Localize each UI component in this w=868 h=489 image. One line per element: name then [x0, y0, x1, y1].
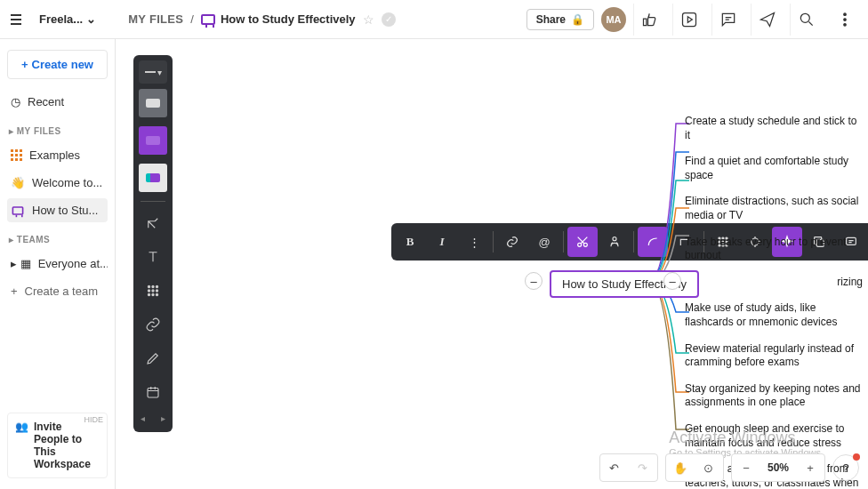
clock-icon: ◷ — [11, 95, 20, 108]
cut-button[interactable] — [567, 227, 598, 257]
create-new-button[interactable]: + Create new — [7, 50, 108, 79]
send-icon[interactable] — [751, 4, 783, 36]
section-teams: ▸ TEAMS — [9, 235, 108, 244]
branch-item[interactable]: Eliminate distractions, such as social m… — [685, 195, 863, 222]
italic-button[interactable]: I — [427, 227, 457, 257]
svg-point-7 — [156, 285, 157, 287]
hide-button[interactable]: HIDE — [84, 415, 103, 424]
svg-point-11 — [148, 293, 149, 295]
lock-icon: 🔒 — [571, 13, 584, 26]
zoom-out-button[interactable]: − — [732, 454, 760, 481]
check-icon[interactable]: ✓ — [382, 12, 396, 27]
avatar[interactable]: MA — [601, 7, 626, 32]
undo-button[interactable]: ↶ — [600, 454, 629, 481]
share-button[interactable]: Share 🔒 — [526, 9, 594, 30]
collapse-right-handle[interactable]: – — [663, 272, 681, 290]
svg-point-6 — [152, 285, 154, 287]
sidebar-item-team[interactable]: ▸ ▦ Everyone at... — [7, 252, 108, 276]
thumb-3[interactable] — [139, 164, 167, 192]
prev-page[interactable]: ◂ — [141, 413, 145, 423]
help-button[interactable]: ? — [832, 454, 859, 481]
link-button[interactable] — [497, 227, 527, 257]
breadcrumb: MY FILES / How to Study Effectively ☆ ✓ — [128, 12, 395, 27]
tool-panel: ▾ ◂▸ — [133, 55, 173, 432]
comment-icon[interactable] — [711, 4, 743, 36]
calendar-tool[interactable] — [137, 376, 169, 408]
grid-tool[interactable] — [137, 275, 169, 307]
chevron-down-icon: ⌄ — [86, 12, 96, 26]
branch-item[interactable]: Create a study schedule and stick to it — [685, 115, 863, 142]
sidebar-item-examples[interactable]: Examples — [7, 143, 108, 167]
zoom-in-button[interactable]: + — [796, 454, 824, 481]
svg-point-3 — [844, 18, 847, 20]
canvas[interactable]: ▾ ◂▸ B I ⋮ @ — [116, 39, 868, 489]
grid-icon — [11, 149, 22, 161]
text-tool[interactable] — [137, 241, 169, 273]
branch-item[interactable]: Review material regularly instead of cra… — [685, 342, 863, 370]
branch-item[interactable]: Find a quiet and comfortable study space — [685, 155, 863, 182]
svg-point-17 — [613, 237, 616, 241]
collapse-left-handle[interactable]: – — [525, 272, 542, 290]
presentation-icon — [12, 206, 24, 215]
bold-button[interactable]: B — [395, 227, 425, 257]
svg-point-4 — [844, 23, 847, 26]
svg-rect-0 — [682, 12, 695, 26]
search-icon[interactable] — [790, 4, 822, 36]
create-team-button[interactable]: + Create a team — [7, 279, 108, 303]
link-tool[interactable] — [137, 309, 169, 341]
bottom-controls: ↶ ↷ ✋ ⊙ − 50% + ? — [599, 453, 859, 482]
sidebar: + Create new ◷ Recent ▸ MY FILES Example… — [0, 39, 116, 489]
thumb-1[interactable] — [139, 89, 167, 117]
svg-point-12 — [152, 293, 154, 295]
hamburger-icon[interactable] — [7, 11, 25, 28]
sidebar-item-welcome[interactable]: 👋 Welcome to... — [7, 171, 108, 195]
more-text-button[interactable]: ⋮ — [459, 227, 489, 257]
invite-box[interactable]: HIDE 👥 Invite People to This Workspace — [7, 413, 108, 478]
branch-item[interactable]: Stay organized by keeping notes and assi… — [685, 382, 863, 410]
branch-item[interactable]: Take breaks every hour to prevent burnou… — [685, 236, 863, 263]
svg-point-9 — [152, 290, 154, 292]
arrow-tool[interactable] — [137, 207, 169, 239]
more-icon[interactable] — [829, 4, 861, 36]
fit-button[interactable]: ⊙ — [695, 454, 723, 481]
svg-point-2 — [844, 12, 847, 14]
star-icon[interactable]: ☆ — [363, 12, 374, 27]
redo-button[interactable]: ↷ — [629, 454, 657, 481]
people-icon: 👥 — [15, 421, 28, 433]
svg-point-5 — [148, 285, 149, 287]
breadcrumb-root[interactable]: MY FILES — [128, 12, 183, 26]
mention-button[interactable]: @ — [529, 227, 559, 257]
zoom-level[interactable]: 50% — [760, 461, 796, 474]
thumb-2[interactable] — [139, 126, 167, 155]
recent-item[interactable]: ◷ Recent — [7, 90, 108, 114]
workspace-name: Freela... — [39, 12, 83, 26]
svg-point-13 — [156, 293, 157, 295]
breadcrumb-title[interactable]: How to Study Effectively — [221, 12, 356, 26]
tool-selector[interactable]: ▾ — [139, 60, 167, 84]
next-page[interactable]: ▸ — [161, 413, 165, 423]
wave-icon: 👋 — [11, 176, 25, 189]
sidebar-item-howto[interactable]: How to Stu... — [7, 198, 108, 222]
thumbs-up-icon[interactable] — [633, 4, 665, 36]
presentation-icon — [201, 14, 215, 25]
section-my-files: ▸ MY FILES — [9, 126, 108, 136]
svg-rect-14 — [148, 389, 158, 398]
svg-point-10 — [156, 290, 157, 292]
svg-point-1 — [800, 13, 809, 22]
hand-tool[interactable]: ✋ — [666, 454, 695, 481]
branch-item[interactable]: Make use of study aids, like flashcards … — [685, 301, 863, 329]
workspace-dropdown[interactable]: Freela... ⌄ — [32, 9, 103, 29]
play-icon[interactable] — [672, 4, 704, 36]
pen-tool[interactable] — [137, 342, 169, 374]
branch-item[interactable]: rizing — [800, 276, 863, 290]
svg-point-8 — [148, 290, 149, 292]
person-button[interactable] — [599, 227, 630, 257]
